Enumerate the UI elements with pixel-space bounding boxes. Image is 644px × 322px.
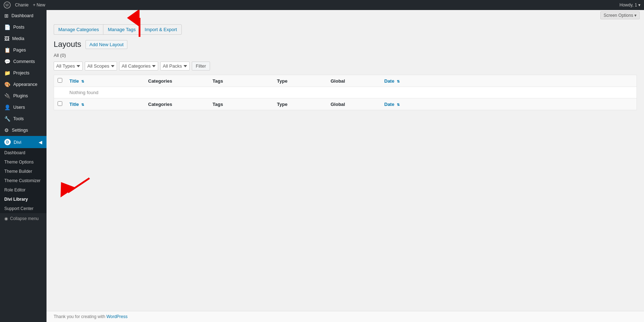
date-col-label-bottom: Date — [384, 102, 394, 107]
screen-options-bar: Screen Options ▾ — [47, 10, 644, 21]
sidebar-item-tools[interactable]: 🔧 Tools — [0, 113, 47, 125]
sidebar-item-dashboard[interactable]: ⊞ Dashboard — [0, 10, 47, 21]
support-center-label: Support Center — [4, 206, 33, 211]
sidebar-item-plugins[interactable]: 🔌 Plugins — [0, 90, 47, 102]
col-footer-date: Date ⇅ — [381, 98, 637, 110]
projects-icon: 📁 — [4, 70, 10, 76]
appearance-icon: 🎨 — [4, 82, 10, 87]
sidebar-item-theme-options[interactable]: Theme Options — [0, 157, 47, 167]
sidebar-item-appearance[interactable]: 🎨 Appearance — [0, 79, 47, 90]
sidebar-item-divi-dashboard[interactable]: Dashboard — [0, 148, 47, 157]
col-header-tags: Tags — [209, 75, 273, 87]
thank-you-text: Thank you for creating with — [54, 314, 106, 319]
collapse-menu-button[interactable]: ◉ Collapse menu — [0, 213, 47, 224]
theme-builder-label: Theme Builder — [4, 169, 32, 174]
date-sort-link[interactable]: Date ⇅ — [384, 78, 400, 84]
date-col-label: Date — [384, 78, 394, 84]
sidebar-item-theme-builder[interactable]: Theme Builder — [0, 167, 47, 176]
filter-button[interactable]: Filter — [192, 62, 210, 70]
admin-bar: W Chanie + New Howdy, 1 ▾ — [0, 0, 644, 10]
divi-label: Divi — [14, 140, 21, 145]
divi-library-label: Divi Library — [4, 197, 28, 202]
sidebar: ⊞ Dashboard 📄 Posts 🖼 Media 📋 Pages 💬 Co… — [0, 10, 47, 322]
col-footer-check — [54, 98, 66, 110]
comments-icon: 💬 — [4, 59, 10, 64]
sidebar-item-media[interactable]: 🖼 Media — [0, 33, 47, 44]
users-icon: 👤 — [4, 104, 10, 110]
dashboard-icon: ⊞ — [4, 13, 9, 19]
sidebar-item-settings[interactable]: ⚙ Settings — [0, 125, 47, 136]
main-content: Screen Options ▾ Manage Categories Manag… — [47, 10, 644, 322]
screen-options-button[interactable]: Screen Options ▾ — [600, 11, 640, 19]
media-icon: 🖼 — [4, 36, 9, 42]
count-value: (0) — [60, 53, 66, 58]
col-footer-title: Title ⇅ — [66, 98, 145, 110]
pages-icon: 📋 — [4, 47, 10, 53]
sidebar-item-role-editor[interactable]: Role Editor — [0, 185, 47, 195]
sidebar-item-label: Plugins — [13, 93, 28, 98]
all-label: All — [54, 53, 59, 58]
site-name[interactable]: Chanie — [15, 3, 29, 8]
footer-bar: Thank you for creating with WordPress — [47, 311, 644, 322]
sidebar-item-label: Pages — [13, 48, 26, 53]
date-sort-icon: ⇅ — [397, 79, 400, 83]
sidebar-item-comments[interactable]: 💬 Comments — [0, 56, 47, 67]
col-footer-categories: Categories — [145, 98, 209, 110]
sidebar-item-label: Settings — [12, 128, 28, 133]
col-header-global: Global — [327, 75, 381, 87]
sidebar-item-label: Appearance — [13, 82, 37, 87]
date-sort-link-bottom[interactable]: Date ⇅ — [384, 102, 400, 107]
sidebar-item-label: Comments — [13, 59, 35, 64]
divi-submenu: Dashboard Theme Options Theme Builder Th… — [0, 148, 47, 213]
table-footer-row: Title ⇅ Categories Tags Type Global Date — [54, 98, 637, 110]
col-header-check — [54, 75, 66, 87]
tools-icon: 🔧 — [4, 116, 10, 122]
col-header-type: Type — [273, 75, 327, 87]
filters-row: All Types All Scopes All Categories All … — [54, 62, 637, 70]
col-header-date: Date ⇅ — [381, 75, 637, 87]
wordpress-logo-icon: W — [4, 1, 11, 9]
divi-collapse-icon: ◀ — [39, 140, 42, 145]
sidebar-item-pages[interactable]: 📋 Pages — [0, 44, 47, 56]
tab-import-export[interactable]: Import & Export — [140, 24, 181, 35]
title-sort-icon-bottom: ⇅ — [81, 103, 84, 107]
new-link[interactable]: + New — [33, 3, 45, 8]
filter-scopes-select[interactable]: All Scopes — [85, 62, 117, 70]
sidebar-item-theme-customizer[interactable]: Theme Customizer — [0, 176, 47, 185]
col-footer-tags: Tags — [209, 98, 273, 110]
sidebar-item-divi-library[interactable]: Divi Library — [0, 195, 47, 204]
sidebar-item-users[interactable]: 👤 Users — [0, 102, 47, 113]
sidebar-item-projects[interactable]: 📁 Projects — [0, 67, 47, 79]
layouts-header: Layouts Add New Layout — [54, 40, 637, 49]
page-wrap: Manage Categories Manage Tags Import & E… — [47, 21, 644, 311]
role-editor-label: Role Editor — [4, 187, 25, 192]
filter-types-select[interactable]: All Types — [54, 62, 83, 70]
table-row-nothing: Nothing found — [54, 87, 637, 98]
plugins-icon: 🔌 — [4, 93, 10, 99]
sidebar-item-divi[interactable]: D Divi ◀ — [0, 136, 47, 148]
add-new-layout-button[interactable]: Add New Layout — [86, 40, 127, 49]
select-all-checkbox[interactable] — [58, 78, 62, 83]
col-footer-global: Global — [327, 98, 381, 110]
all-count-label: All (0) — [54, 53, 637, 58]
sidebar-item-label: Dashboard — [11, 13, 33, 18]
title-col-label-bottom: Title — [69, 102, 79, 107]
wordpress-link[interactable]: WordPress — [106, 314, 127, 319]
posts-icon: 📄 — [4, 24, 10, 30]
filter-packs-select[interactable]: All Packs — [160, 62, 190, 70]
divi-icon: D — [4, 139, 11, 145]
sidebar-item-posts[interactable]: 📄 Posts — [0, 21, 47, 33]
collapse-icon: ◉ — [4, 216, 8, 221]
sidebar-item-label: Tools — [13, 116, 24, 121]
title-sort-link-bottom[interactable]: Title ⇅ — [69, 102, 84, 107]
tab-manage-categories[interactable]: Manage Categories — [54, 24, 103, 35]
table-header-row: Title ⇅ Categories Tags Type Global Date — [54, 75, 637, 87]
tab-manage-tags[interactable]: Manage Tags — [103, 24, 140, 35]
filter-categories-select[interactable]: All Categories — [119, 62, 158, 70]
title-sort-link[interactable]: Title ⇅ — [69, 78, 84, 84]
select-all-checkbox-bottom[interactable] — [58, 101, 62, 106]
date-sort-icon-bottom: ⇅ — [397, 103, 400, 107]
sidebar-item-support-center[interactable]: Support Center — [0, 204, 47, 213]
sidebar-item-label: Posts — [13, 25, 24, 30]
howdy-label[interactable]: Howdy, 1 ▾ — [620, 3, 640, 8]
